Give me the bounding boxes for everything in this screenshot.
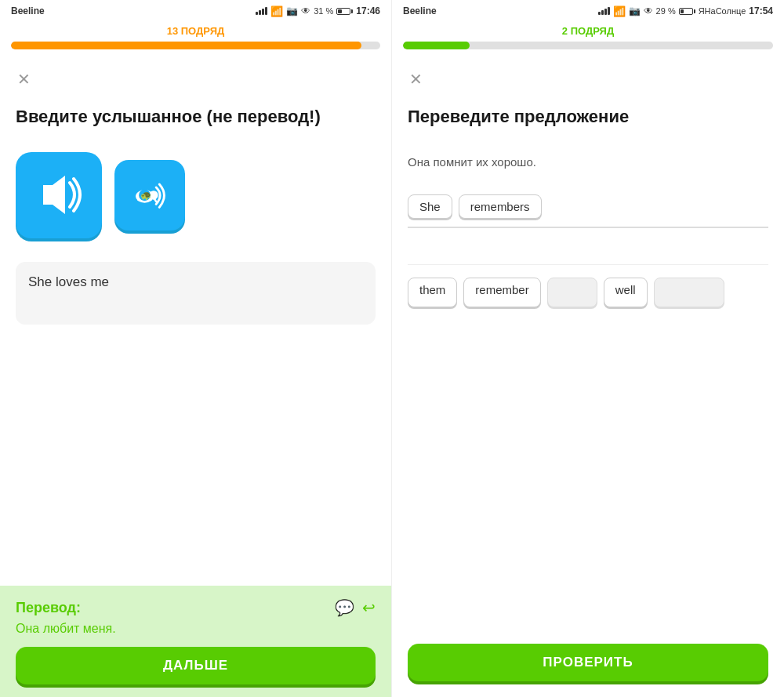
battery-pct: 31 % [314, 6, 333, 16]
slow-speaker-icon: 🐢 [130, 177, 169, 212]
right-status-bar: Beeline 📶 📷 👁 29 % ЯНаСолнце 17:54 [392, 0, 784, 22]
right-phone-screen: Beeline 📶 📷 👁 29 % ЯНаСолнце 17:54 2 ПОД… [392, 0, 784, 697]
left-progress-fill [11, 42, 361, 49]
right-progress-fill [403, 42, 470, 49]
left-streak-label: 13 ПОДРЯД [0, 22, 391, 42]
right-streak-label: 2 ПОДРЯД [392, 22, 784, 42]
word-chip-well[interactable]: well [604, 278, 648, 307]
right-instruction: Переведите предложение [408, 106, 768, 129]
right-content: Она помнит их хорошо. She remembers them… [392, 144, 784, 697]
right-close-btn[interactable]: ✕ [403, 67, 428, 92]
right-battery-pct: 29 % [656, 6, 676, 16]
translation-icons: 💬 ↩ [335, 598, 376, 617]
right-wifi-icon: 📶 [613, 5, 626, 17]
left-status-bar: Beeline 📶 📷 👁 31 % 17:46 [0, 0, 391, 22]
left-status-right: 📶 📷 👁 31 % 17:46 [256, 5, 380, 17]
left-close-btn[interactable]: ✕ [11, 67, 36, 92]
right-carrier: Beeline [403, 5, 437, 16]
speaker-icon [35, 173, 82, 216]
right-time: 17:54 [749, 5, 773, 16]
answer-area: She remembers [408, 181, 768, 228]
translation-text: Она любит меня. [16, 622, 376, 636]
answer-chip-remembers[interactable]: remembers [459, 194, 542, 219]
right-status-right: 📶 📷 👁 29 % ЯНаСолнце 17:54 [598, 5, 773, 17]
left-text-input[interactable]: She loves me [16, 262, 376, 325]
translation-header: Перевод: 💬 ↩ [16, 598, 376, 617]
svg-marker-0 [43, 176, 65, 214]
svg-text:🐢: 🐢 [140, 190, 152, 201]
comment-icon[interactable]: 💬 [335, 598, 354, 617]
left-carrier: Beeline [11, 5, 45, 16]
right-eye-icon: 👁 [644, 5, 653, 16]
typed-text: She loves me [28, 274, 109, 289]
translation-footer: Перевод: 💬 ↩ Она любит меня. ДАЛЬШЕ [0, 586, 391, 697]
word-chip-empty-1[interactable] [547, 278, 597, 307]
left-phone-screen: Beeline 📶 📷 👁 31 % 17:46 13 ПОДРЯД ✕ [0, 0, 392, 697]
word-chip-them[interactable]: them [408, 278, 457, 307]
sentence-label: Она помнит их хорошо. [408, 155, 768, 169]
right-screenshot-icon: 📷 [629, 5, 641, 16]
eye-icon: 👁 [301, 5, 310, 16]
signal-icon [256, 7, 267, 15]
left-instruction: Введите услышанное (не перевод!) [16, 106, 376, 129]
screenshot-icon: 📷 [286, 5, 298, 16]
audio-slow-btn[interactable]: 🐢 [114, 160, 185, 231]
word-bank: them remember well [408, 264, 768, 320]
wifi-icon: 📶 [270, 5, 283, 17]
right-signal-icon [598, 7, 610, 15]
battery-icon [336, 8, 353, 15]
audio-main-btn[interactable] [16, 152, 102, 238]
time: 17:46 [356, 5, 380, 16]
word-chip-remember[interactable]: remember [463, 278, 540, 307]
right-progress-bar [403, 42, 773, 49]
audio-buttons: 🐢 [16, 152, 376, 238]
word-chip-empty-2[interactable] [654, 278, 724, 307]
dalshee-btn[interactable]: ДАЛЬШЕ [16, 647, 376, 684]
share-icon[interactable]: ↩ [362, 598, 376, 617]
answer-chip-she[interactable]: She [408, 194, 452, 219]
left-progress-bar [11, 42, 380, 49]
proverit-btn[interactable]: ПРОВЕРИТЬ [408, 644, 768, 681]
right-battery-icon [679, 8, 695, 15]
translation-label: Перевод: [16, 600, 81, 616]
right-username: ЯНаСолнце [699, 6, 746, 16]
